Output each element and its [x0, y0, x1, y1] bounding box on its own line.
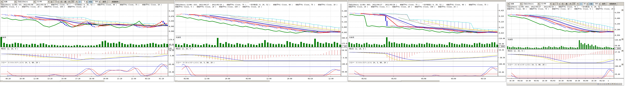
time-axis-label: 18:40 — [89, 78, 94, 80]
volume-pane-title: 出来高 — [176, 36, 181, 38]
axis-tick-label: 17.50 — [615, 51, 620, 53]
chart-tool-button[interactable]: ▾ — [620, 83, 622, 85]
time-axis-label: 16:30 — [526, 80, 531, 82]
stoch-pane-title: スロー・ストキャスティクス( 14, 3, 80, 20 ) — [508, 64, 546, 66]
scrollbar-thumb[interactable] — [3, 81, 60, 82]
price-chart-plot[interactable]: 09:2010:4012:0013:2014:4017:2018:4020:00… — [0, 0, 174, 82]
time-axis-label: 16:30 — [575, 80, 580, 82]
stoch-pane-title: スロー・ストキャスティクス( 14, 3, 80, 20 ) — [349, 62, 388, 64]
axis-tick-label: 16.50 — [342, 49, 347, 51]
macd-pane-title: MACD( 12, 26, 9 ) — [176, 48, 193, 50]
chart-window-15min: 日経225mini 12/06( 15分, 2012/04/27 - 2012/… — [175, 0, 348, 82]
scrollbar-thumb[interactable] — [351, 81, 401, 82]
time-axis-label: 05/03 — [392, 78, 396, 80]
chart-tool-buttons: ╫ │ ─ ┼ ± R ┤ P S ▪ ▴ ▾ — [597, 83, 622, 85]
time-axis-label: 05/02 — [534, 80, 539, 82]
scrollbar-thumb[interactable] — [178, 81, 230, 82]
time-axis-label: 12:00 — [328, 78, 334, 80]
axis-tick-label: 8,995 — [169, 26, 174, 27]
axis-tick-label: 9,550 — [615, 12, 620, 14]
horizontal-scrollbar[interactable] — [175, 80, 270, 82]
horizontal-scrollbar[interactable] — [348, 80, 440, 82]
time-axis-label: 05/03 — [550, 80, 555, 82]
axis-tick-label: 110.00 — [499, 37, 505, 39]
time-axis-label: 16:30 — [592, 80, 596, 82]
macd-pane-title: MACD( 12, 26, 9 ) — [508, 50, 525, 52]
volume-pane-title: 出来高 — [349, 36, 354, 38]
price-pane-dropdown-button[interactable] — [621, 9, 624, 11]
time-axis-label: 16:30 — [558, 80, 564, 82]
scrollbar-thumb[interactable] — [507, 83, 559, 85]
volume-pane-dropdown-button[interactable] — [621, 38, 624, 40]
axis-tick-label: 9,400 — [615, 17, 620, 19]
axis-tick-label: 9,205 — [342, 16, 347, 18]
macd-pane-dropdown-button[interactable] — [621, 50, 624, 52]
stoch-pane-title: スロー・ストキャスティクス( 14, 3, 80, 20 ) — [176, 62, 214, 64]
axis-tick-label: -42.50 — [615, 59, 621, 61]
axis-tick-label: 100.00 — [342, 63, 347, 65]
volume-multiplier-badge: × 100 — [168, 45, 174, 49]
time-axis-label: 05/08 — [567, 80, 572, 82]
axis-tick-label: 9,225 — [499, 21, 504, 23]
chart-window-60min: ▼ 先物▼ 日経225mini▼ 12/06▼ 足 1 日 週 月 分 T 分 … — [506, 2, 624, 85]
time-axis-label: 21:20 — [117, 78, 122, 80]
time-axis-label: 05/10 — [481, 78, 486, 80]
chart-tool-button[interactable]: R — [608, 83, 610, 85]
chart-tool-button[interactable]: ╫ — [597, 83, 599, 85]
axis-tick-label: 40.00 — [342, 71, 347, 73]
stoch-pane-dropdown-button[interactable] — [621, 64, 624, 65]
time-axis-label: 05/10 — [145, 78, 150, 80]
stoch-pane-title: スロー・ストキャスティクス( 14, 3, 80, 20 ) — [1, 62, 40, 64]
axis-tick-label: 95.00 — [169, 64, 174, 65]
axis-tick-label: 60.00 — [169, 43, 174, 45]
axis-tick-label: -38.50 — [499, 57, 505, 59]
scrollbar-track[interactable] — [507, 83, 597, 85]
volume-multiplier-badge: × 1000 — [614, 47, 621, 50]
axis-tick-label: 9,125 — [499, 27, 504, 28]
macd-pane-title: MACD( 12, 26, 9 ) — [1, 48, 18, 50]
time-axis-label: 04/28 — [518, 80, 522, 82]
time-axis-label: 12:00 — [266, 78, 271, 80]
axis-tick-label: -5.00 — [169, 55, 174, 57]
chart-tool-button[interactable]: ▴ — [618, 83, 620, 85]
axis-tick-label: 16.50 — [499, 49, 504, 51]
time-axis-label: 13:20 — [48, 78, 52, 80]
volume-multiplier-badge: × 1000 — [498, 45, 505, 47]
chart-tool-button[interactable]: │ — [599, 83, 601, 85]
axis-tick-label: 9,280 — [342, 10, 347, 12]
chart-tool-button[interactable]: S — [614, 83, 616, 85]
axis-tick-label: 460.00 — [342, 37, 347, 39]
axis-tick-label: 9,110 — [169, 10, 174, 12]
axis-tick-label: 9,070 — [169, 15, 174, 17]
axis-tick-label: 135.00 — [615, 39, 621, 41]
chart-tool-button[interactable]: ┼ — [603, 83, 605, 85]
price-chart-plot[interactable]: 16:3004/2816:3005/0216:3005/0316:3005/08… — [507, 2, 624, 85]
price-chart-plot[interactable]: 05/0205/0305/0805/0905/109,4259,3259,225… — [348, 0, 506, 82]
horizontal-scrollbar[interactable] — [0, 80, 104, 82]
axis-tick-label: 170.0 — [169, 39, 174, 41]
axis-tick-label: 50.00 — [615, 45, 620, 47]
time-axis-label: 12:00 — [204, 78, 210, 80]
chart-window-5min: ▼ 先物▼ 日経225mini▼ 12/06▼ 足 1 日 週 月 分 T 分 … — [0, 0, 174, 82]
axis-tick-label: 175.00 — [342, 43, 347, 44]
chart-tool-button[interactable]: ± — [605, 83, 608, 85]
chart-tool-button[interactable]: ▪ — [616, 83, 618, 85]
axis-tick-label: 9,135 — [342, 21, 347, 23]
chart-tool-button[interactable]: ┤ — [610, 83, 612, 85]
macd-pane-title: MACD( 12, 26, 9 ) — [349, 48, 366, 50]
horizontal-scrollbar[interactable]: ╫ │ ─ ┼ ± R ┤ P S ▪ ▴ ▾ — [507, 83, 622, 85]
chart-window-30min: 日経225mini 12/06( 30分, 2012/04/27 - 2012/… — [348, 0, 506, 82]
axis-tick-label: 100.00 — [499, 63, 505, 65]
time-axis-label: 20:00 — [225, 78, 230, 80]
axis-tick-label: 9,250 — [615, 23, 620, 25]
time-axis-label: 05/09 — [583, 80, 588, 82]
axis-tick-label: 8,995 — [342, 31, 347, 33]
time-axis-label: 09:20 — [6, 78, 10, 80]
axis-tick-label: 100.00 — [615, 65, 621, 67]
chart-tool-button[interactable]: ─ — [601, 83, 603, 85]
time-axis-label: 16:30 — [509, 80, 514, 82]
time-axis-label: 12:00 — [34, 78, 38, 80]
axis-tick-label: 9,100 — [615, 29, 620, 31]
price-chart-plot[interactable]: 05/0812:0020:0005/0912:0020:0005/1012:00… — [175, 0, 347, 82]
chart-tool-button[interactable]: P — [612, 83, 614, 85]
